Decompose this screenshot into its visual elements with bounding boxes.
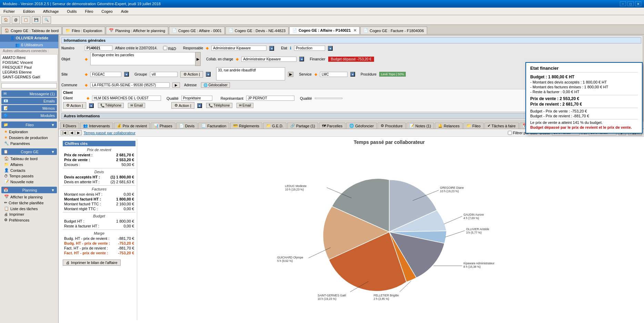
- sidebar-item-affaires[interactable]: 📁 Affaires: [1, 162, 57, 167]
- maximize-button[interactable]: □: [627, 1, 634, 6]
- rep-email-btn[interactable]: ✉ Email: [237, 103, 254, 108]
- nav-next-btn[interactable]: ▶: [76, 130, 82, 135]
- sidebar-item-nouvelle-note[interactable]: 📝 Nouvelle note: [1, 179, 57, 185]
- sub-tab-prix-revient[interactable]: 💰 Prix de revient: [114, 123, 150, 129]
- tab-planning[interactable]: 📅 Planning : Afficher le planning: [106, 27, 168, 34]
- sub-tab-parcelles[interactable]: 🗺 Parcelles: [319, 123, 345, 129]
- sidebar-item-creer-tache[interactable]: ✏ Créer tâche planifiée: [1, 200, 57, 206]
- address-expand-btn[interactable]: ▶: [288, 72, 293, 77]
- sub-tab-procedure[interactable]: ⚙ Procédure: [378, 123, 406, 129]
- sub-tab-partage[interactable]: 🔗 Partage (1): [287, 123, 318, 129]
- menu-aide[interactable]: Aide: [119, 9, 131, 14]
- tab-facture[interactable]: 📄 Cogeo GE : Facture - F1804006: [360, 27, 427, 34]
- tab-tableau-bord[interactable]: 🏠 Cogeo GE : Tableau de bord: [1, 27, 62, 34]
- sidebar-item-dossiers[interactable]: ★ Dossiers de production: [1, 135, 57, 140]
- sidebar-planning-section[interactable]: 📅 Planning ▼: [1, 187, 57, 193]
- client-email-btn[interactable]: ✉ Email: [128, 103, 145, 108]
- sidebar-item-parametres[interactable]: 🔧 Paramètres: [1, 140, 57, 146]
- user-item-fresquet[interactable]: FRESQUET Paul: [2, 65, 57, 70]
- rep-action-dropdown[interactable]: ▼: [197, 103, 202, 108]
- toolbar: 🏠 @ 📋 💾 🔍: [0, 15, 644, 25]
- sub-tab-notes[interactable]: 📝 Notes (1): [406, 123, 434, 129]
- client-action-btn[interactable]: ⚙ Action |: [63, 102, 86, 109]
- sidebar-memos[interactable]: 📝 Mémos: [1, 105, 57, 111]
- sidebar-item-temps-passes[interactable]: ⏱ Temps passés: [1, 173, 57, 179]
- sub-tab-fileo[interactable]: 📁 Fileo: [463, 123, 484, 129]
- sidebar-fileo-section[interactable]: 📁 Fileo ▼: [1, 121, 57, 128]
- sidebar-item-contacts[interactable]: 👤 Contacts: [1, 167, 57, 173]
- nav-first-btn[interactable]: |◀: [61, 130, 68, 135]
- sidebar-item-imprimer[interactable]: 🖨 Imprimer: [1, 212, 57, 217]
- user-item-amato[interactable]: AMATO Rémi: [2, 55, 57, 60]
- label-gregoire: GREGOIRE Diane: [440, 186, 464, 189]
- reglements-label: Réglements: [239, 124, 259, 128]
- action-dropdown[interactable]: ▼: [206, 72, 211, 77]
- toolbar-btn-4[interactable]: 💾: [32, 16, 41, 24]
- label-gaudin-val: 4 h (7,69 %): [463, 216, 479, 220]
- toolbar-btn-2[interactable]: @: [12, 16, 20, 24]
- geo-btn[interactable]: 🌐 Géolocaliser: [201, 82, 230, 88]
- sidebar-item-liste-taches[interactable]: 📋 Liste des tâches: [1, 206, 57, 212]
- menu-edition[interactable]: Edition: [21, 9, 37, 14]
- sub-tab-phases[interactable]: 📊 Phases: [151, 123, 175, 129]
- user-item-saint-germes[interactable]: SAINT-GERMES Gaël: [2, 75, 57, 79]
- tab-affaire-p140021-close[interactable]: ✕: [353, 28, 356, 33]
- commune-browse-btn[interactable]: ▶: [172, 82, 180, 88]
- sidebar-item-afficher-planning[interactable]: 📅 Afficher le planning: [1, 194, 57, 200]
- toolbar-btn-3[interactable]: 📋: [21, 16, 30, 24]
- sub-tab-divers[interactable]: ℹ Divers: [60, 123, 79, 129]
- sidebar-item-exploration[interactable]: ★ Exploration: [1, 129, 57, 135]
- collab-dropdown[interactable]: ▼: [299, 57, 304, 61]
- sub-tab-facturation[interactable]: 🧾 Facturation: [198, 123, 229, 129]
- client-telephone-btn[interactable]: 📞 Téléphone: [98, 103, 124, 108]
- menu-cogeo[interactable]: Cogeo: [99, 9, 114, 14]
- site-dropdown[interactable]: ▼: [124, 72, 129, 77]
- service-dropdown[interactable]: ▼: [350, 72, 355, 77]
- menu-affichage[interactable]: Affichage: [41, 9, 61, 14]
- toolbar-btn-1[interactable]: 🏠: [1, 16, 10, 24]
- filter-date-checkbox[interactable]: [508, 131, 512, 135]
- sub-tab-geofoncier[interactable]: 🌐 Géofoncier: [346, 123, 377, 129]
- window-controls: − □ ✕: [620, 1, 641, 6]
- sidebar-messagerie[interactable]: ✉ Messagerie (1): [1, 90, 57, 97]
- menu-fileo[interactable]: Fileo: [83, 9, 95, 14]
- sidebar-cogeo-section[interactable]: 📋 Cogeo GE ▼: [1, 148, 57, 155]
- rep-action-btn[interactable]: ⚙ Action |: [171, 102, 194, 109]
- close-button[interactable]: ✕: [635, 1, 641, 6]
- sidebar-item-tableau-bord[interactable]: 🏠 Tableau de bord: [1, 156, 57, 162]
- search-input[interactable]: [1, 83, 57, 88]
- tab-fileo-exploration[interactable]: 📁 Fileo : Exploration: [62, 27, 105, 34]
- sub-tab-devis[interactable]: 📄 Devis: [176, 123, 198, 129]
- objet-expand-btn[interactable]: ▶: [195, 52, 201, 66]
- lp-row-devis-acc: Devis acceptés HT : (1) 1 800,00 €: [63, 175, 135, 179]
- sidebar-modules[interactable]: 🔷 Modules: [1, 112, 57, 119]
- menu-fichier[interactable]: Fichier: [1, 9, 17, 14]
- rep-telephone-btn[interactable]: 📞 Téléphone: [206, 103, 232, 108]
- client-action-dropdown[interactable]: ▼: [89, 103, 94, 108]
- menu-outils[interactable]: Outils: [65, 9, 79, 14]
- tab-devis[interactable]: 📄 Cogeo GE : Devis - NE-44823: [225, 27, 289, 34]
- tab-affaire-0001[interactable]: 📄 Cogeo GE : Affaire - 0001: [169, 27, 225, 34]
- print-bilan-btn[interactable]: 🖨 Imprimer le bilan de l'affaire: [63, 260, 121, 266]
- toolbar-btn-5[interactable]: 🔍: [42, 16, 51, 24]
- sub-tab-ged[interactable]: 📁 G.E.D.: [263, 123, 286, 129]
- sub-tab-relances[interactable]: 🔔 Relances: [435, 123, 463, 129]
- user-item-legras[interactable]: LEGRAS Etienne: [2, 70, 57, 75]
- sub-tab-intervenants[interactable]: 👥 Intervenants: [80, 123, 113, 129]
- tab-affaire-p140021[interactable]: 📄 Cogeo GE : Affaire - P140021 ✕: [289, 27, 360, 34]
- sub-tab-taches-faire[interactable]: ✔ Tâches à faire: [484, 123, 519, 129]
- sidebar-emails[interactable]: 📧 Emails: [1, 98, 57, 104]
- objet-textarea[interactable]: Bornage entre les parcelles: [90, 52, 201, 65]
- rd-checkbox[interactable]: [163, 46, 167, 50]
- minimize-button[interactable]: −: [620, 1, 626, 6]
- action-btn-1[interactable]: ⚙ Action |: [180, 71, 203, 78]
- pdr-value: 2 681,70 €: [116, 153, 134, 157]
- etat-dropdown[interactable]: ▼: [328, 46, 333, 51]
- responsable-dropdown[interactable]: ▼: [269, 46, 274, 51]
- nav-prev-btn[interactable]: ◀: [69, 130, 75, 135]
- temps-passe-link[interactable]: Temps passé par collaborateur: [84, 131, 135, 135]
- sidebar-item-preferences[interactable]: ⚙ Préférences: [1, 217, 57, 223]
- user-item-foissac[interactable]: FOISSAC Vincent: [2, 60, 57, 65]
- address-textarea[interactable]: 33, rue andrée ribaudf/df: [216, 67, 285, 80]
- sub-tab-reglements[interactable]: 💳 Réglements: [230, 123, 262, 129]
